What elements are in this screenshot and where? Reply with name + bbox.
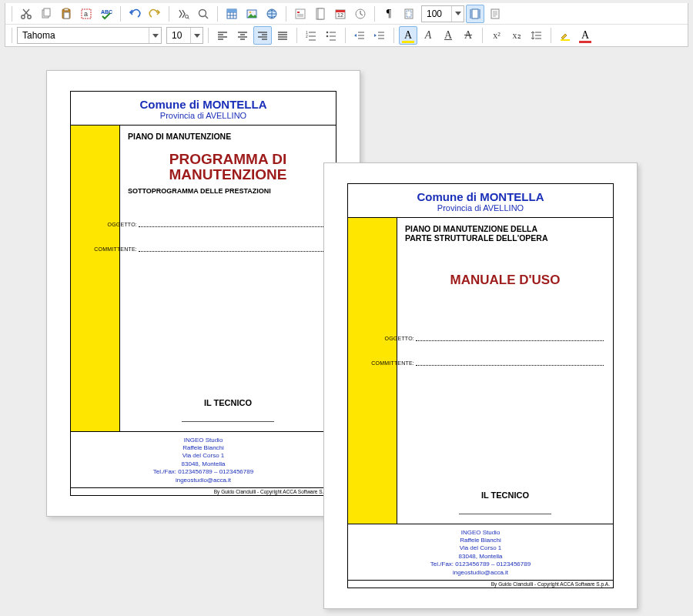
strike-icon: A bbox=[464, 29, 472, 42]
separator bbox=[208, 28, 209, 43]
insert-page-button[interactable] bbox=[311, 5, 330, 23]
align-right-button[interactable] bbox=[253, 26, 272, 45]
toolbar-row-1: a ABC bbox=[5, 3, 688, 25]
editor-canvas[interactable]: Comune di MONTELLA Provincia di AVELLINO… bbox=[0, 47, 693, 609]
header-title: Comune di MONTELLA bbox=[74, 98, 333, 111]
insert-image-button[interactable] bbox=[243, 5, 261, 23]
title-line-1: PROGRAMMA DI bbox=[169, 151, 286, 167]
svg-rect-20 bbox=[318, 8, 324, 19]
align-center-button[interactable] bbox=[233, 26, 252, 45]
superscript-icon: x² bbox=[493, 30, 500, 42]
superscript-button[interactable]: x² bbox=[487, 26, 506, 45]
undo-button[interactable] bbox=[126, 5, 144, 23]
footer-line: Via del Corso 1 bbox=[351, 544, 610, 552]
document-page-1[interactable]: Comune di MONTELLA Provincia di AVELLINO… bbox=[46, 70, 360, 517]
find-button[interactable] bbox=[174, 5, 192, 23]
size-dropdown[interactable] bbox=[190, 28, 203, 43]
select-all-button[interactable]: a bbox=[77, 5, 95, 23]
chevron-down-icon bbox=[455, 12, 461, 15]
yellow-sidebar bbox=[71, 126, 120, 431]
align-justify-button[interactable] bbox=[273, 26, 292, 45]
show-pilcrow-button[interactable]: ¶ bbox=[380, 5, 398, 23]
insert-time-button[interactable] bbox=[351, 5, 370, 23]
draft-view-button[interactable] bbox=[486, 5, 504, 23]
page-frame: Comune di MONTELLA Provincia di AVELLINO… bbox=[347, 183, 614, 588]
field-line bbox=[416, 333, 604, 341]
footer-line: Raffele Bianchi bbox=[74, 444, 333, 452]
field-label: OGGETTO: bbox=[368, 336, 416, 341]
zoom-button[interactable] bbox=[194, 5, 213, 23]
header-subtitle: Provincia di AVELLINO bbox=[351, 203, 610, 213]
spellcheck-button[interactable]: ABC bbox=[97, 5, 116, 23]
highlight-color-button[interactable]: A bbox=[399, 26, 417, 45]
svg-rect-3 bbox=[44, 8, 50, 16]
font-color-button[interactable]: A bbox=[576, 26, 594, 45]
zoom-dropdown[interactable] bbox=[451, 6, 464, 22]
field-oggetto: OGGETTO: bbox=[91, 219, 328, 227]
footer-line: 83048, Montella bbox=[351, 553, 610, 561]
line-spacing-button[interactable] bbox=[527, 26, 546, 45]
underline-button[interactable]: A bbox=[439, 26, 457, 45]
plan-line-2: PARTE STRUTTURALE DELL'OPERA bbox=[405, 233, 547, 243]
field-committente: COMMITTENTE: bbox=[368, 358, 605, 366]
list-numbered-button[interactable]: 12 bbox=[302, 26, 320, 45]
separator bbox=[551, 28, 551, 43]
list-bullet-button[interactable] bbox=[322, 26, 340, 45]
footer-line: INGEO Studio bbox=[351, 529, 610, 537]
svg-rect-27 bbox=[472, 9, 478, 18]
indent-button[interactable] bbox=[370, 26, 389, 45]
field-label: OGGETTO: bbox=[91, 222, 139, 227]
size-combo[interactable] bbox=[166, 27, 203, 44]
page-footer: INGEO Studio Raffele Bianchi Via del Cor… bbox=[71, 432, 336, 488]
plan-label: PIANO DI MANUTENZIONE bbox=[128, 132, 328, 141]
field-line bbox=[139, 244, 326, 252]
font-input[interactable] bbox=[18, 28, 149, 43]
page-margins-button[interactable] bbox=[400, 5, 418, 23]
field-label: COMMITTENTE: bbox=[368, 360, 416, 366]
footer-line: INGEO Studio bbox=[74, 437, 333, 444]
insert-table-button[interactable] bbox=[223, 5, 241, 23]
size-input[interactable] bbox=[167, 28, 190, 43]
tech-label: IL TECNICO bbox=[128, 383, 328, 407]
text-highlight-button[interactable] bbox=[556, 26, 574, 45]
spacer bbox=[405, 289, 605, 323]
insert-link-button[interactable] bbox=[263, 5, 281, 23]
page-content: PIANO DI MANUTENZIONE PROGRAMMA DI MANUT… bbox=[120, 126, 336, 431]
paste-button[interactable] bbox=[57, 5, 75, 23]
page-body: PIANO DI MANUTENZIONE DELLA PARTE STRUTT… bbox=[348, 218, 613, 524]
subscript-icon: x₂ bbox=[513, 30, 521, 42]
insert-field-button[interactable] bbox=[291, 5, 310, 23]
page-footer: INGEO Studio Raffele Bianchi Via del Cor… bbox=[348, 524, 613, 581]
svg-point-10 bbox=[186, 15, 189, 18]
svg-text:2: 2 bbox=[306, 34, 308, 38]
footer-line: 83048, Montella bbox=[74, 460, 333, 468]
cut-button[interactable] bbox=[17, 5, 35, 23]
separator bbox=[374, 6, 375, 22]
svg-point-32 bbox=[326, 35, 329, 38]
italic-button[interactable]: A bbox=[419, 26, 437, 45]
header-subtitle: Provincia di AVELLINO bbox=[74, 111, 333, 120]
field-line bbox=[416, 358, 604, 366]
header-title: Comune di MONTELLA bbox=[351, 190, 610, 203]
redo-button[interactable] bbox=[146, 5, 164, 23]
subscript-button[interactable]: x₂ bbox=[507, 26, 526, 45]
zoom-combo[interactable] bbox=[421, 5, 464, 22]
font-combo[interactable] bbox=[17, 27, 162, 44]
align-left-button[interactable] bbox=[213, 26, 232, 45]
font-dropdown[interactable] bbox=[149, 28, 161, 43]
document-title: PROGRAMMA DI MANUTENZIONE bbox=[128, 152, 328, 182]
separator bbox=[12, 6, 12, 22]
zoom-input[interactable] bbox=[422, 6, 451, 22]
field-oggetto: OGGETTO: bbox=[368, 333, 605, 341]
document-page-2[interactable]: Comune di MONTELLA Provincia di AVELLINO… bbox=[323, 162, 638, 609]
svg-rect-18 bbox=[297, 12, 300, 13]
copy-button[interactable] bbox=[37, 5, 55, 23]
svg-text:ABC: ABC bbox=[101, 9, 112, 15]
page-view-button[interactable] bbox=[466, 5, 484, 23]
strike-button[interactable]: A bbox=[459, 26, 477, 45]
page-header: Comune di MONTELLA Provincia di AVELLINO bbox=[71, 92, 336, 126]
footer-line: ingeostudio@acca.it bbox=[351, 569, 610, 577]
separator bbox=[345, 28, 346, 43]
outdent-button[interactable] bbox=[350, 26, 369, 45]
insert-date-button[interactable]: 12 bbox=[331, 5, 350, 23]
